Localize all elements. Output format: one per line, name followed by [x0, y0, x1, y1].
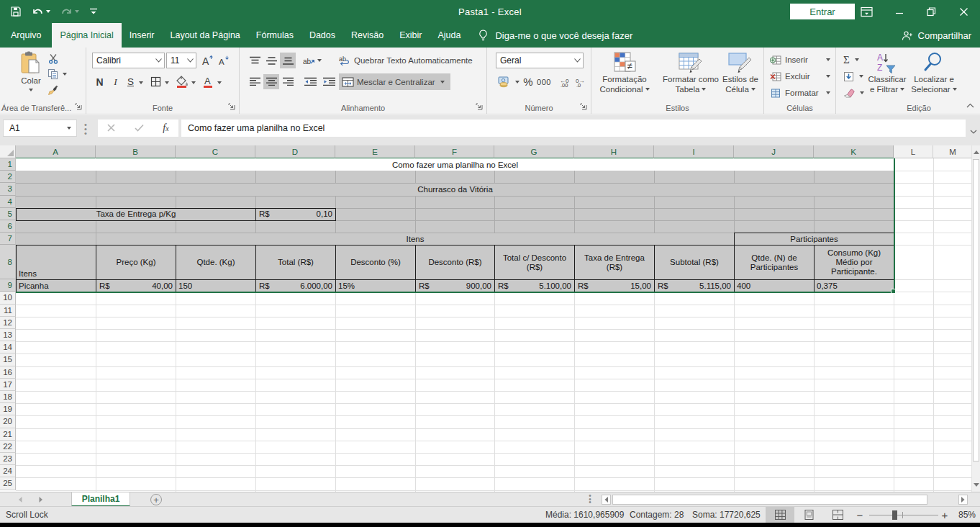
tab-dados[interactable]: Dados [301, 23, 343, 48]
conditional-formatting-button[interactable]: ≠ Formatação Condicional [595, 51, 654, 94]
column-header-I[interactable]: I [654, 145, 734, 158]
row-header-10[interactable]: 10 [0, 292, 16, 304]
align-bottom-button[interactable] [280, 53, 296, 68]
row-header-22[interactable]: 22 [0, 441, 16, 453]
decrease-indent-button[interactable] [301, 74, 319, 89]
row-header-13[interactable]: 13 [0, 329, 16, 341]
column-header-L[interactable]: L [894, 145, 933, 158]
row-header-12[interactable]: 12 [0, 317, 16, 329]
number-format-dropdown-icon[interactable] [571, 58, 583, 63]
zoom-in-button[interactable]: + [940, 507, 950, 523]
row-header-25[interactable]: 25 [0, 477, 16, 490]
row-header-15[interactable]: 15 [0, 353, 16, 366]
sign-in-button[interactable]: Entrar [790, 4, 855, 19]
fill-color-button[interactable] [174, 74, 190, 89]
percent-style-button[interactable]: % [522, 74, 535, 89]
column-header-H[interactable]: H [574, 145, 654, 158]
font-name-dropdown-icon[interactable] [153, 58, 164, 63]
font-dialog-launcher-icon[interactable] [228, 103, 237, 112]
row-header-24[interactable]: 24 [0, 465, 16, 477]
delete-cells-button[interactable]: Excluir [770, 70, 830, 83]
font-size-combo[interactable]: 11 [166, 53, 196, 68]
format-cells-button[interactable]: Formatar [770, 86, 830, 99]
delete-dropdown-icon[interactable] [826, 75, 830, 78]
column-header-E[interactable]: E [335, 145, 415, 158]
new-sheet-button[interactable]: + [150, 494, 162, 505]
tab-arquivo[interactable]: Arquivo [0, 23, 52, 48]
row-header-4[interactable]: 4 [0, 196, 16, 208]
row-header-21[interactable]: 21 [0, 428, 16, 441]
column-header-J[interactable]: J [734, 145, 814, 158]
vertical-scroll-thumb[interactable] [973, 159, 979, 461]
insert-cells-button[interactable]: Inserir [770, 53, 830, 66]
sheet-nav-right-icon[interactable] [37, 495, 45, 504]
cell-styles-button[interactable]: Estilos de Célula [719, 51, 762, 94]
fill-color-dropdown-icon[interactable] [191, 81, 196, 84]
autosum-button[interactable]: Σ [843, 53, 859, 66]
tab-pagina-inicial[interactable]: Página Inicial [52, 23, 121, 48]
copy-dropdown-icon[interactable] [63, 73, 67, 76]
align-center-button[interactable] [263, 74, 279, 89]
underline-dropdown-icon[interactable] [139, 81, 143, 84]
row-header-9[interactable]: 9 [0, 279, 16, 292]
number-format-combo[interactable]: Geral [496, 53, 584, 68]
row-header-7[interactable]: 7 [0, 233, 16, 245]
page-layout-view-button[interactable] [794, 507, 823, 523]
ribbon-display-options-icon[interactable] [850, 0, 883, 23]
column-header-F[interactable]: F [415, 145, 494, 158]
name-box[interactable]: A1 [3, 120, 77, 137]
fill-handle[interactable] [891, 289, 896, 294]
wrap-text-button[interactable]: ab Quebrar Texto Automaticamente [339, 53, 473, 68]
tab-scrollbar-splitter[interactable]: ••• [588, 495, 592, 505]
share-button[interactable]: Compartilhar [902, 23, 971, 48]
align-left-button[interactable] [247, 74, 263, 89]
align-right-button[interactable] [280, 74, 296, 89]
zoom-slider-handle[interactable] [892, 510, 897, 520]
row-header-5[interactable]: 5 [0, 208, 16, 220]
orientation-dropdown-icon[interactable] [317, 59, 322, 62]
column-header-C[interactable]: C [176, 145, 255, 158]
fill-button[interactable] [843, 70, 863, 83]
row-header-23[interactable]: 23 [0, 453, 16, 465]
minimize-button[interactable] [883, 0, 915, 23]
row-header-14[interactable]: 14 [0, 341, 16, 353]
page-break-view-button[interactable] [823, 507, 852, 523]
formula-bar-resize-handle[interactable]: ••• [84, 122, 87, 135]
normal-view-button[interactable] [766, 507, 794, 523]
column-header-K[interactable]: K [814, 145, 894, 158]
zoom-slider-track[interactable] [869, 515, 938, 515]
sheet-tab-planilha1[interactable]: Planilha1 [71, 492, 130, 507]
row-header-17[interactable]: 17 [0, 379, 16, 391]
insert-dropdown-icon[interactable] [826, 58, 830, 61]
font-color-dropdown-icon[interactable] [217, 81, 222, 84]
borders-dropdown-icon[interactable] [165, 81, 169, 84]
row-header-16[interactable]: 16 [0, 366, 16, 379]
restore-button[interactable] [915, 0, 948, 23]
tab-layout-da-pagina[interactable]: Layout da Página [162, 23, 248, 48]
cut-button[interactable] [46, 53, 60, 66]
decrease-decimal-button[interactable]: 0→,0 [573, 74, 589, 89]
increase-font-button[interactable]: A [200, 53, 214, 68]
orientation-button[interactable]: ab [303, 53, 322, 68]
font-name-combo[interactable]: Calibri [92, 53, 165, 68]
zoom-out-button[interactable]: − [855, 507, 865, 523]
tell-me-box[interactable]: Diga-me o que você deseja fazer [478, 23, 632, 48]
accounting-format-button[interactable] [496, 74, 513, 89]
increase-decimal-button[interactable]: ←0,00 [558, 74, 573, 89]
scroll-down-icon[interactable] [973, 479, 980, 491]
column-header-M[interactable]: M [933, 145, 973, 158]
increase-indent-button[interactable] [320, 74, 337, 89]
tab-inserir[interactable]: Inserir [122, 23, 163, 48]
clear-button[interactable] [843, 86, 864, 99]
font-size-dropdown-icon[interactable] [184, 58, 196, 63]
name-box-dropdown-icon[interactable] [62, 127, 76, 130]
alignment-dialog-launcher-icon[interactable] [476, 103, 484, 112]
paste-button[interactable]: Colar [16, 51, 46, 91]
row-header-2[interactable]: 2 [0, 171, 16, 183]
row-header-3[interactable]: 3 [0, 183, 16, 195]
column-header-G[interactable]: G [494, 145, 574, 158]
horizontal-scroll-thumb[interactable] [612, 495, 927, 505]
format-painter-button[interactable] [46, 84, 60, 96]
tab-exibir[interactable]: Exibir [391, 23, 430, 48]
zoom-level[interactable]: 85% [954, 507, 976, 523]
